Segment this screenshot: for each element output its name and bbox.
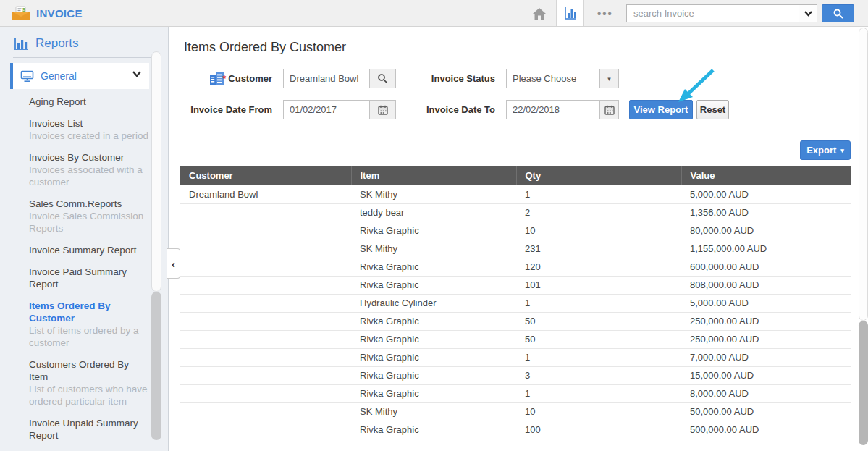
sidebar-item[interactable]: Aging Report xyxy=(29,96,149,108)
home-button[interactable] xyxy=(529,5,549,22)
sidebar-item[interactable]: Items Ordered By CustomerList of items o… xyxy=(29,300,149,349)
reset-button[interactable]: Reset xyxy=(696,100,729,119)
caret-down-icon: ▾ xyxy=(840,147,844,154)
cell-item: Rivka Graphic xyxy=(351,330,516,348)
cell-customer xyxy=(180,203,351,222)
cell-qty: 1 xyxy=(516,294,681,312)
cell-qty: 120 xyxy=(516,258,681,276)
table-row: Rivka Graphic17,000.00 AUD xyxy=(180,348,851,366)
report-table: CustomerItemQtyValue Dreamland BowlSK Mi… xyxy=(180,166,851,439)
cell-qty: 1 xyxy=(516,348,681,366)
sidebar: Reports General Aging ReportInvoices Lis… xyxy=(0,27,169,451)
export-button[interactable]: Export ▾ xyxy=(800,140,851,160)
invoice-status-dropdown-button[interactable]: ▾ xyxy=(600,69,619,88)
cell-item: Rivka Graphic xyxy=(351,384,516,402)
cell-item: SK Mithy xyxy=(351,185,516,203)
cell-customer xyxy=(180,384,351,402)
cell-customer xyxy=(180,294,351,312)
cell-qty: 231 xyxy=(516,240,681,258)
sidebar-item[interactable]: Sales Comm.ReportsInvoice Sales Commissi… xyxy=(29,198,149,235)
customer-lookup-button[interactable] xyxy=(370,69,396,88)
topbar: $ INVOICE ••• xyxy=(0,0,868,27)
cell-item: Rivka Graphic xyxy=(351,276,516,294)
page-scrollbar-thumb[interactable] xyxy=(859,28,868,321)
date-from-calendar-button[interactable] xyxy=(370,100,396,119)
cell-value: 1,356.00 AUD xyxy=(681,203,851,222)
customer-field-group xyxy=(283,69,396,88)
reports-tab[interactable] xyxy=(556,0,584,26)
cell-qty: 50 xyxy=(516,312,681,330)
cell-qty: 1 xyxy=(516,384,681,402)
column-header: Item xyxy=(351,166,516,185)
sidebar-item-desc: List of items ordered by a customer xyxy=(29,324,149,349)
search-icon xyxy=(377,73,388,84)
sidebar-item[interactable]: Invoice Summary Report xyxy=(29,244,149,256)
search-scope-dropdown[interactable] xyxy=(799,4,817,22)
chevron-down-icon[interactable] xyxy=(132,70,142,77)
column-header: Qty xyxy=(516,166,681,185)
cell-qty: 100 xyxy=(516,421,681,439)
required-asterisk: * xyxy=(222,73,226,84)
sidebar-item[interactable]: Invoices ListInvoices created in a perio… xyxy=(29,117,149,142)
cell-qty: 101 xyxy=(516,276,681,294)
sidebar-collapse-button[interactable]: ‹ xyxy=(167,248,180,279)
table-row: Rivka Graphic1080,000.00 AUD xyxy=(180,222,851,240)
app-brand: $ INVOICE xyxy=(12,0,83,26)
search-input[interactable] xyxy=(626,4,799,22)
sidebar-item-desc: Invoices associated with a customer xyxy=(29,164,149,188)
sidebar-item-label[interactable]: Items Ordered By Customer xyxy=(29,300,149,324)
chevron-down-icon xyxy=(804,10,813,17)
date-to-input[interactable] xyxy=(506,100,600,119)
invoice-status-select[interactable] xyxy=(506,69,600,88)
sidebar-item-label[interactable]: Invoice Unpaid Summary Report xyxy=(29,417,149,442)
view-report-button[interactable]: View Report xyxy=(629,100,693,119)
invoice-status-field-group: ▾ xyxy=(506,69,619,88)
customer-label: *Customer xyxy=(169,69,272,88)
cell-customer xyxy=(180,258,351,276)
sidebar-item-label[interactable]: Sales Comm.Reports xyxy=(29,198,149,210)
table-row: Rivka Graphic50250,000.00 AUD xyxy=(180,312,851,330)
customer-input[interactable] xyxy=(283,69,370,88)
cell-value: 500,000.00 AUD xyxy=(681,421,851,439)
more-menu-button[interactable]: ••• xyxy=(592,4,618,22)
sidebar-group-general[interactable]: General xyxy=(10,63,149,89)
sidebar-item-label[interactable]: Invoice Summary Report xyxy=(29,244,149,256)
page-scrollbar[interactable] xyxy=(859,28,868,451)
cell-customer xyxy=(180,312,351,330)
search-button[interactable] xyxy=(822,4,854,22)
sidebar-header: Reports xyxy=(0,27,168,51)
sidebar-item[interactable]: Invoice Unpaid Summary Report xyxy=(29,417,149,442)
table-row: Rivka Graphic120600,000.00 AUD xyxy=(180,258,851,276)
sidebar-item-label[interactable]: Invoices List xyxy=(29,117,149,130)
sidebar-scrollbar[interactable] xyxy=(151,51,161,451)
date-to-calendar-button[interactable] xyxy=(600,100,619,119)
calendar-icon xyxy=(378,105,388,115)
cell-qty: 10 xyxy=(516,402,681,421)
cell-item: Rivka Graphic xyxy=(351,421,516,439)
sidebar-item-label[interactable]: Customers Ordered By Item xyxy=(29,358,149,383)
sidebar-item-label[interactable]: Invoice Paid Summary Report xyxy=(29,266,149,290)
cell-customer xyxy=(180,348,351,366)
cell-item: teddy bear xyxy=(351,203,516,222)
home-icon xyxy=(531,7,547,21)
sidebar-item-label[interactable]: Invoices By Customer xyxy=(29,151,149,164)
cell-customer xyxy=(180,421,351,439)
sidebar-item[interactable]: Invoice Paid Summary Report xyxy=(29,266,149,290)
sidebar-title: Reports xyxy=(35,36,79,51)
sidebar-divider xyxy=(13,57,152,58)
table-row: SK Mithy1050,000.00 AUD xyxy=(180,402,851,421)
cell-customer: Dreamland Bowl xyxy=(180,185,351,203)
sidebar-item[interactable]: Invoices By CustomerInvoices associated … xyxy=(29,151,149,188)
cell-value: 50,000.00 AUD xyxy=(681,402,851,421)
cell-value: 1,155,000.00 AUD xyxy=(681,240,851,258)
cell-value: 80,000.00 AUD xyxy=(681,222,851,240)
date-to-label: Invoice Date To xyxy=(394,100,495,119)
cell-value: 250,000.00 AUD xyxy=(681,312,851,330)
date-from-input[interactable] xyxy=(283,100,370,119)
sidebar-item-label[interactable]: Aging Report xyxy=(29,96,149,108)
sidebar-scrollbar-thumb[interactable] xyxy=(151,51,161,292)
date-from-field-group xyxy=(283,100,396,119)
column-header: Customer xyxy=(180,166,351,185)
sidebar-item[interactable]: Customers Ordered By ItemList of custome… xyxy=(29,358,149,408)
cell-qty: 1 xyxy=(516,185,681,203)
